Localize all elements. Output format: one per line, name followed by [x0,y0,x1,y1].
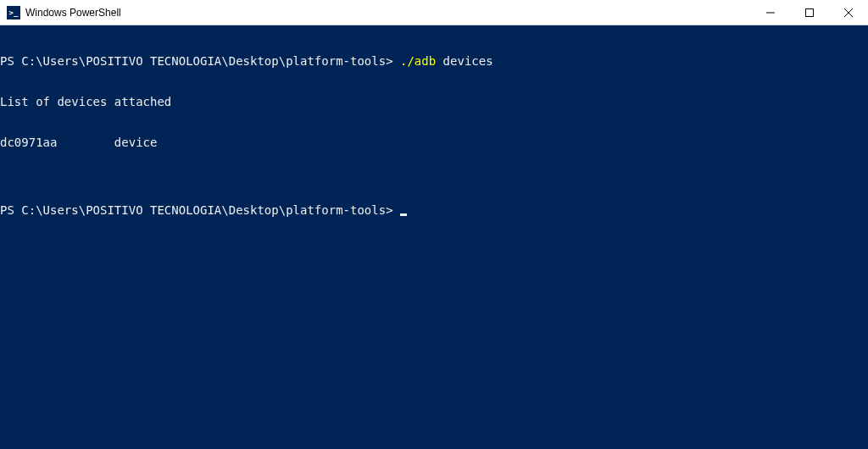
command-args: devices [436,54,492,68]
terminal-output-line: List of devices attached [0,95,868,108]
window-titlebar: >_ Windows PowerShell [0,0,868,25]
maximize-icon [805,8,814,17]
maximize-button[interactable] [790,0,829,25]
minimize-button[interactable] [751,0,790,25]
terminal-line: PS C:\Users\POSITIVO TECNOLOGIA\Desktop\… [0,54,868,68]
close-icon [844,8,853,17]
close-button[interactable] [829,0,868,25]
command-executable: ./adb [400,54,436,68]
window-title: Windows PowerShell [25,7,121,19]
terminal-output-line: dc0971aa device [0,136,868,149]
prompt-text: PS C:\Users\POSITIVO TECNOLOGIA\Desktop\… [0,203,400,217]
powershell-icon: >_ [7,6,20,19]
terminal-area[interactable]: PS C:\Users\POSITIVO TECNOLOGIA\Desktop\… [0,25,868,449]
svg-rect-1 [806,8,814,16]
minimize-icon [766,8,775,17]
prompt-text: PS C:\Users\POSITIVO TECNOLOGIA\Desktop\… [0,54,400,68]
window-controls [751,0,868,25]
titlebar-left: >_ Windows PowerShell [7,6,121,19]
terminal-line: PS C:\Users\POSITIVO TECNOLOGIA\Desktop\… [0,203,868,217]
cursor-icon [400,213,407,216]
powershell-icon-glyph: >_ [9,8,19,17]
